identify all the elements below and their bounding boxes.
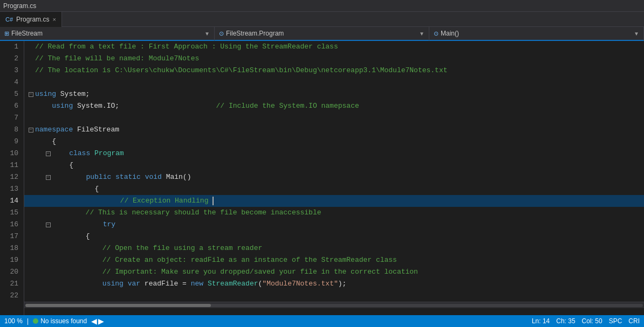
- line-21-close: );: [338, 278, 347, 290]
- line-21-string: "Module7Notes.txt": [262, 278, 338, 290]
- line-20-comment: // Important: Make sure you dropped/save…: [35, 266, 418, 278]
- code-line-8[interactable]: − namespace FileStream: [24, 124, 644, 136]
- code-line-7[interactable]: [24, 112, 644, 124]
- status-spc: SPC: [609, 317, 622, 325]
- scrollbar-track[interactable]: [25, 304, 643, 307]
- code-line-14[interactable]: // Exception Handling: [24, 195, 644, 207]
- nav-filestream-label: FileStream: [11, 30, 43, 37]
- fold-5[interactable]: −: [26, 88, 35, 100]
- line-10-indent: [52, 148, 69, 159]
- status-zoom[interactable]: 100 %: [4, 317, 23, 325]
- line-9-brace: {: [52, 136, 56, 148]
- line-5-using: using: [35, 88, 60, 100]
- code-line-13[interactable]: {: [24, 183, 644, 195]
- code-line-16[interactable]: − try: [24, 219, 644, 231]
- nav-arrow-left[interactable]: ◀: [91, 317, 97, 325]
- line-num-1: 1: [5, 41, 18, 53]
- active-tab[interactable]: C# Program.cs ×: [0, 12, 62, 27]
- line-12-static: static: [115, 171, 145, 183]
- nav-filestream-chevron: ▼: [204, 31, 210, 37]
- fold-box-8[interactable]: −: [29, 128, 33, 133]
- code-line-15[interactable]: // This is necessary should the file bec…: [24, 207, 644, 219]
- status-right: Ln: 14 Ch: 35 Col: 50 SPC CRI: [532, 317, 640, 325]
- editor-area: 1 2 3 4 5 6 7 8 9 10 11 12 13 14 15 16 1…: [0, 41, 644, 315]
- line-num-6: 6: [5, 100, 18, 112]
- line-19-comment: // Create an object: readFile as an inst…: [35, 254, 397, 266]
- line-21-var: var: [128, 278, 145, 290]
- fold-10-inner[interactable]: −: [44, 148, 52, 159]
- line-num-22: 22: [5, 290, 18, 302]
- code-editor[interactable]: // Read from a text file : First Approac…: [24, 41, 644, 315]
- code-line-4[interactable]: [24, 76, 644, 88]
- fold-18: [26, 242, 35, 254]
- tab-close-button[interactable]: ×: [52, 16, 56, 23]
- nav-program-chevron: ▼: [419, 31, 424, 37]
- line-12-public: public: [86, 171, 115, 183]
- nav-dropdown-filestream[interactable]: ⊞ FileStream ▼: [0, 26, 215, 40]
- line-2-text: // The file will be named: Module7Notes: [35, 53, 199, 65]
- code-line-3[interactable]: // The location is C:\Users\chukw\Docume…: [24, 65, 644, 76]
- fold-box-5[interactable]: −: [29, 92, 33, 97]
- tab-cs-icon: C#: [5, 16, 13, 23]
- line-num-13: 13: [5, 183, 18, 195]
- line-6-sysio: System.IO;: [77, 100, 216, 112]
- fold-16-inner[interactable]: −: [44, 219, 52, 231]
- code-line-5[interactable]: − using System;: [24, 88, 644, 100]
- line-13-brace: {: [94, 183, 99, 195]
- fold-box-12[interactable]: −: [46, 175, 51, 180]
- code-line-2[interactable]: // The file will be named: Module7Notes: [24, 53, 644, 65]
- scrollbar-thumb[interactable]: [25, 304, 211, 307]
- line-5-system: System;: [60, 88, 90, 100]
- fold-21: [26, 278, 35, 290]
- line-num-2: 2: [5, 53, 18, 65]
- line-21-new: new: [191, 278, 208, 290]
- code-line-19[interactable]: // Create an object: readFile as an inst…: [24, 254, 644, 266]
- fold-8[interactable]: −: [26, 124, 35, 136]
- line-num-20: 20: [5, 266, 18, 278]
- status-cri: CRI: [628, 317, 640, 325]
- fold-4: [26, 76, 35, 88]
- line-15-comment: // This is necessary should the file bec…: [35, 207, 321, 219]
- line-3-text: // The location is C:\Users\chukw\Docume…: [35, 65, 448, 76]
- code-line-22[interactable]: [24, 290, 644, 302]
- line-18-comment: // Open the file using a stream reader: [35, 242, 262, 254]
- fold-10: [26, 148, 35, 159]
- line-21-using: using: [102, 278, 128, 290]
- code-line-20[interactable]: // Important: Make sure you dropped/save…: [24, 266, 644, 278]
- nav-arrow-right[interactable]: ▶: [98, 317, 104, 325]
- line-num-15: 15: [5, 207, 18, 219]
- nav-dropdown-main[interactable]: ⊙ Main() ▼: [429, 26, 644, 40]
- tab-label: Program.cs: [16, 16, 49, 23]
- line-1-text: // Read from a text file : First Approac…: [35, 41, 338, 53]
- nav-dropdown-program[interactable]: ⊙ FileStream.Program ▼: [215, 26, 429, 40]
- line-num-12: 12: [5, 171, 18, 183]
- code-line-21[interactable]: using var readFile = new StreamReader("M…: [24, 278, 644, 290]
- line-num-18: 18: [5, 242, 18, 254]
- line-num-3: 3: [5, 65, 18, 76]
- fold-6: [26, 100, 35, 112]
- line-17-brace: {: [86, 231, 90, 242]
- horizontal-scrollbar[interactable]: [24, 302, 644, 308]
- line-num-21: 21: [5, 278, 18, 290]
- line-12-indent: [52, 171, 86, 183]
- code-line-12[interactable]: − public static void Main(): [24, 171, 644, 183]
- fold-12-inner[interactable]: −: [44, 171, 52, 183]
- code-line-10[interactable]: − class Program: [24, 148, 644, 159]
- cursor: [213, 197, 214, 205]
- fold-1: [26, 41, 35, 53]
- code-line-11[interactable]: {: [24, 159, 644, 171]
- fold-box-16[interactable]: −: [46, 222, 51, 227]
- code-line-18[interactable]: // Open the file using a stream reader: [24, 242, 644, 254]
- tab-bar: C# Program.cs ×: [0, 12, 644, 27]
- line-8-filestream: FileStream: [77, 124, 119, 136]
- code-line-1[interactable]: // Read from a text file : First Approac…: [24, 41, 644, 53]
- code-line-6[interactable]: using System.IO; // Include the System.I…: [24, 100, 644, 112]
- line-numbers: 1 2 3 4 5 6 7 8 9 10 11 12 13 14 15 16 1…: [0, 41, 24, 315]
- code-line-9[interactable]: {: [24, 136, 644, 148]
- line-num-17: 17: [5, 231, 18, 242]
- code-line-17[interactable]: {: [24, 231, 644, 242]
- line-6-comment: // Include the System.IO namepsace: [216, 100, 359, 112]
- title-bar: Program.cs: [0, 0, 644, 12]
- fold-box-10[interactable]: −: [46, 151, 51, 156]
- nav-main-icon: ⊙: [434, 30, 439, 37]
